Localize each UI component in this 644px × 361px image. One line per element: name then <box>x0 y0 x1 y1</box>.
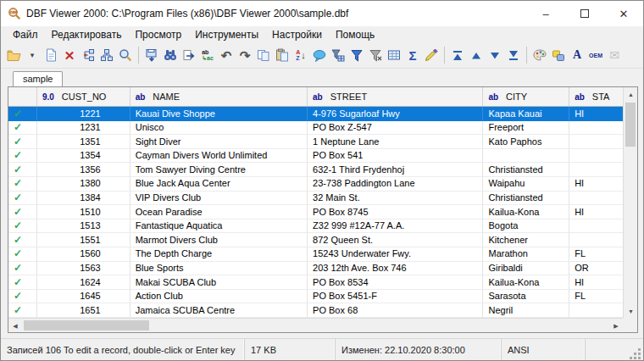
export-button[interactable] <box>142 45 161 65</box>
cell-cust-no: 1645 <box>37 290 130 304</box>
row-selector: ✓ <box>8 219 37 234</box>
table-row[interactable]: ✓1513Fantastique AquaticaZ32 999 #12A-77… <box>8 219 623 234</box>
table-row[interactable]: ✓1560The Depth Charge15243 Underwater Fw… <box>8 247 623 262</box>
cell-street: PO Box 541 <box>308 149 483 164</box>
sort-button[interactable]: AZ↓ <box>291 45 310 65</box>
maximize-button[interactable] <box>565 1 604 26</box>
theme-button[interactable] <box>549 45 568 65</box>
horizontal-scroll-thumb[interactable] <box>24 320 149 330</box>
last-record-button[interactable] <box>504 45 523 65</box>
close-button[interactable]: ✕ <box>604 1 643 26</box>
clear-filter-button[interactable] <box>366 45 385 65</box>
filter-button[interactable] <box>347 45 366 65</box>
menu-view[interactable]: Просмотр <box>128 27 188 42</box>
scroll-left-icon[interactable]: ◀ <box>8 319 22 333</box>
vertical-scroll-thumb[interactable] <box>625 103 636 147</box>
cell-city: Bogota <box>483 219 569 234</box>
delete-record-button[interactable]: ✕ <box>60 45 79 65</box>
menu-tools[interactable]: Инструменты <box>188 27 265 42</box>
record-check-icon: ✓ <box>14 304 22 316</box>
minimize-button[interactable]: – <box>526 1 565 26</box>
zoom-view-button[interactable] <box>116 45 135 65</box>
table-row[interactable]: ✓1221Kauai Dive Shoppe4-976 Sugarloaf Hw… <box>8 107 623 121</box>
find-next-button[interactable] <box>180 45 198 65</box>
table-row[interactable]: ✓1384VIP Divers Club32 Main St.Christian… <box>8 192 623 206</box>
header-state[interactable]: ab STA <box>569 87 623 106</box>
edit-structure-button[interactable] <box>79 45 97 65</box>
record-check-icon: ✓ <box>14 234 22 246</box>
resize-grip[interactable] <box>638 348 641 351</box>
header-city[interactable]: ab CITY <box>483 87 569 106</box>
cell-city: Sarasota <box>483 290 569 304</box>
record-check-icon: ✓ <box>14 276 22 288</box>
find-button[interactable] <box>161 45 180 65</box>
tab-sample[interactable]: sample <box>13 71 63 87</box>
table-row[interactable]: ✓1510Ocean ParadisePO Box 8745Kailua-Kon… <box>8 205 623 219</box>
undo-button[interactable]: ↶ <box>217 45 236 65</box>
menu-file[interactable]: Файл <box>6 27 45 42</box>
table-row[interactable]: ✓1380Blue Jack Aqua Center23-738 Padding… <box>8 177 623 192</box>
record-check-icon: ✓ <box>14 247 22 259</box>
cell-street: 23-738 Paddington Lane <box>308 177 483 192</box>
table-row[interactable]: ✓1551Marmot Divers Club872 Queen St.Kitc… <box>8 233 623 247</box>
filter-builder-button[interactable] <box>329 45 347 65</box>
scroll-down-icon[interactable]: ▼ <box>624 304 638 318</box>
table-row[interactable]: ✓1651Jamaica SCUBA CentrePO Box 68Negril <box>8 303 623 318</box>
memo-button[interactable] <box>310 45 329 65</box>
cell-city: Christiansted <box>483 192 569 206</box>
maximize-icon <box>580 9 589 18</box>
oem-charset-button[interactable]: OEM <box>586 45 605 65</box>
table-row[interactable]: ✓1354Cayman Divers World UnlimitedPO Box… <box>8 149 623 164</box>
menu-edit[interactable]: Редактировать <box>45 27 129 42</box>
new-file-button[interactable] <box>42 45 60 65</box>
menu-help[interactable]: Помощь <box>329 27 381 42</box>
prev-record-button[interactable] <box>467 45 486 65</box>
paste-button[interactable] <box>273 45 291 65</box>
first-record-button[interactable] <box>448 45 467 65</box>
format-button[interactable] <box>422 45 441 65</box>
menu-settings[interactable]: Настройки <box>265 27 329 42</box>
replace-button[interactable]: ab↳ac <box>198 45 217 65</box>
font-button[interactable]: A <box>568 45 586 65</box>
table-row[interactable]: ✓1231UniscoPO Box Z-547Freeport <box>8 121 623 136</box>
table-row[interactable]: ✓1356Tom Sawyer Diving Centre632-1 Third… <box>8 163 623 177</box>
row-selector: ✓ <box>8 290 37 304</box>
redo-button[interactable]: ↷ <box>236 45 254 65</box>
scroll-right-icon[interactable]: ▶ <box>609 319 623 333</box>
open-file-dropdown[interactable]: ▾ <box>23 45 42 65</box>
cell-city: Negril <box>483 303 569 318</box>
next-record-button[interactable] <box>486 45 504 65</box>
table-row[interactable]: ✓1351Sight Diver1 Neptune LaneKato Papho… <box>8 135 623 149</box>
cell-city: Kato Paphos <box>483 135 569 149</box>
scroll-up-icon[interactable]: ▲ <box>624 87 638 101</box>
horizontal-scrollbar[interactable]: ◀ ▶ <box>8 318 623 332</box>
field-layout-button[interactable] <box>97 45 116 65</box>
header-street[interactable]: ab STREET <box>308 87 483 106</box>
cell-state: HI <box>569 107 623 121</box>
cell-city: Waipahu <box>483 177 569 192</box>
grid-options-button[interactable] <box>385 45 403 65</box>
vertical-scrollbar[interactable]: ▲ ▼ <box>623 87 637 318</box>
row-selector: ✓ <box>8 149 37 164</box>
record-check-icon: ✓ <box>14 262 22 274</box>
colors-button[interactable] <box>530 45 549 65</box>
cell-state <box>569 135 623 149</box>
table-row[interactable]: ✓1645Action ClubPO Box 5451-FSarasotaFL <box>8 290 623 304</box>
type-char-icon: ab <box>136 92 146 102</box>
cell-name: The Depth Charge <box>130 247 308 262</box>
window-title: DBF Viewer 2000: C:\Program Files (x86)\… <box>26 8 348 19</box>
table-row[interactable]: ✓1624Makai SCUBA ClubPO Box 8534Kailua-K… <box>8 275 623 290</box>
header-name[interactable]: ab NAME <box>130 87 308 106</box>
cell-cust-no: 1351 <box>37 135 130 149</box>
type-char-icon: ab <box>313 92 323 102</box>
record-check-icon: ✓ <box>14 177 22 189</box>
cell-cust-no: 1551 <box>37 233 130 247</box>
open-file-button[interactable] <box>4 45 23 65</box>
cell-state: HI <box>569 205 623 219</box>
cell-cust-no: 1563 <box>37 262 130 276</box>
sum-button[interactable]: Σ <box>403 45 422 65</box>
copy-button[interactable] <box>254 45 273 65</box>
cell-street: 632-1 Third Frydenhoj <box>308 163 483 177</box>
header-cust-no[interactable]: 9.0 CUST_NO <box>37 87 130 106</box>
table-row[interactable]: ✓1563Blue Sports203 12th Ave. Box 746Gir… <box>8 262 623 276</box>
